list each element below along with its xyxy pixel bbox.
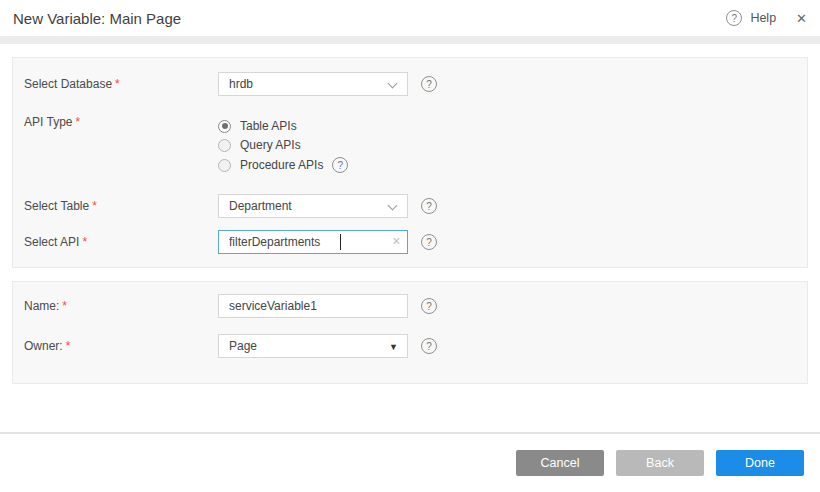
- api-selection-section: Select Database* hrdb ? API Type* Table …: [12, 57, 808, 268]
- required-marker: *: [92, 199, 97, 213]
- select-arrow-icon: ▼: [389, 342, 398, 352]
- chevron-down-icon: [388, 79, 398, 89]
- required-marker: *: [115, 77, 120, 91]
- name-row: Name:* ?: [24, 294, 437, 318]
- required-marker: *: [62, 299, 67, 313]
- owner-row: Owner:* Page ▼ ?: [24, 334, 437, 358]
- radio-unselected-icon: [218, 159, 231, 172]
- select-api-help-icon[interactable]: ?: [421, 234, 437, 250]
- name-input[interactable]: [218, 294, 408, 318]
- select-table-dropdown[interactable]: Department: [218, 194, 408, 218]
- select-table-label: Select Table*: [24, 199, 218, 213]
- radio-table-apis-label: Table APIs: [240, 119, 297, 133]
- dialog-header: New Variable: Main Page ? Help ✕: [0, 0, 820, 36]
- owner-label: Owner:*: [24, 339, 218, 353]
- radio-query-apis-label: Query APIs: [240, 138, 301, 152]
- select-api-label-text: Select API: [24, 235, 79, 249]
- footer-actions: Cancel Back Done: [516, 450, 804, 476]
- api-type-row: API Type* Table APIs Query APIs Procedur…: [24, 113, 348, 178]
- back-button[interactable]: Back: [616, 450, 704, 476]
- header-actions: ? Help ✕: [726, 0, 807, 36]
- done-button[interactable]: Done: [716, 450, 804, 476]
- radio-procedure-apis[interactable]: Procedure APIs ?: [218, 157, 348, 173]
- footer-divider: [0, 432, 820, 434]
- select-database-help-icon[interactable]: ?: [421, 76, 437, 92]
- owner-label-text: Owner:: [24, 339, 63, 353]
- select-database-row: Select Database* hrdb ?: [24, 72, 437, 96]
- name-label-text: Name:: [24, 299, 59, 313]
- cancel-button[interactable]: Cancel: [516, 450, 604, 476]
- dialog-title: New Variable: Main Page: [13, 10, 181, 27]
- required-marker: *: [82, 235, 87, 249]
- name-label: Name:*: [24, 299, 218, 313]
- variable-details-section: Name:* ? Owner:* Page ▼ ?: [12, 281, 808, 384]
- clear-icon[interactable]: ✕: [392, 235, 401, 248]
- select-api-row: Select API* ✕ ?: [24, 230, 437, 254]
- close-icon[interactable]: ✕: [796, 11, 807, 26]
- select-database-value: hrdb: [229, 77, 253, 91]
- select-table-help-icon[interactable]: ?: [421, 198, 437, 214]
- text-cursor: [340, 234, 341, 250]
- select-table-row: Select Table* Department ?: [24, 194, 437, 218]
- api-type-label-text: API Type: [24, 115, 72, 129]
- radio-procedure-apis-label: Procedure APIs: [240, 158, 323, 172]
- radio-unselected-icon: [218, 139, 231, 152]
- select-api-input[interactable]: [218, 230, 408, 254]
- radio-query-apis[interactable]: Query APIs: [218, 138, 348, 152]
- select-database-label: Select Database*: [24, 77, 218, 91]
- help-link[interactable]: Help: [750, 11, 776, 25]
- radio-selected-icon: [218, 120, 231, 133]
- name-field-wrap: [218, 294, 408, 318]
- select-api-field-wrap: ✕: [218, 230, 408, 254]
- select-database-label-text: Select Database: [24, 77, 112, 91]
- select-database-dropdown[interactable]: hrdb: [218, 72, 408, 96]
- select-table-label-text: Select Table: [24, 199, 89, 213]
- help-icon[interactable]: ?: [726, 10, 742, 26]
- select-table-value: Department: [229, 199, 292, 213]
- api-type-radio-group: Table APIs Query APIs Procedure APIs ?: [218, 119, 348, 178]
- owner-help-icon[interactable]: ?: [421, 338, 437, 354]
- select-api-label: Select API*: [24, 235, 218, 249]
- api-type-help-icon[interactable]: ?: [332, 157, 348, 173]
- required-marker: *: [66, 339, 71, 353]
- chevron-down-icon: [388, 201, 398, 211]
- api-type-label: API Type*: [24, 113, 218, 129]
- radio-table-apis[interactable]: Table APIs: [218, 119, 348, 133]
- name-help-icon[interactable]: ?: [421, 298, 437, 314]
- owner-select-value: Page: [229, 339, 257, 353]
- header-divider: [0, 36, 820, 44]
- required-marker: *: [75, 115, 80, 129]
- owner-select[interactable]: Page ▼: [218, 334, 408, 358]
